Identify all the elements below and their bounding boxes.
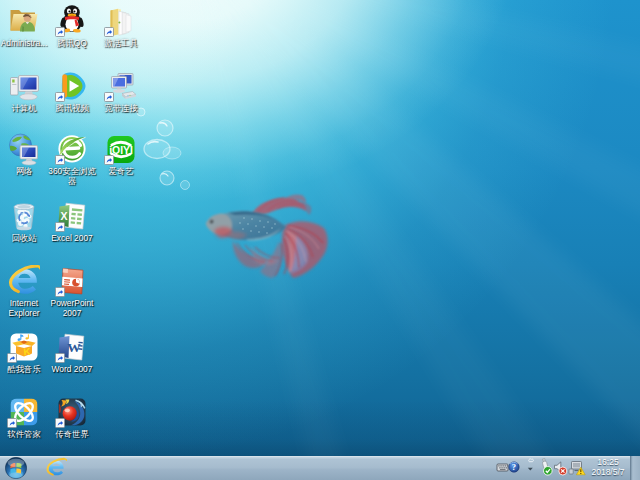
svg-text:?: ? bbox=[512, 462, 516, 472]
svg-text:X: X bbox=[60, 210, 67, 222]
